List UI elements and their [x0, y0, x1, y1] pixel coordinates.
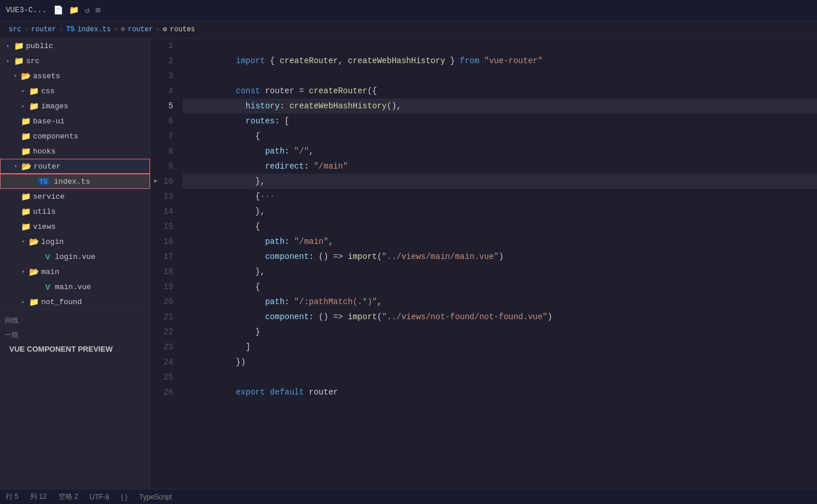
ln-18: 18: [151, 264, 183, 279]
code-line-14: {: [183, 204, 817, 219]
ln-4: 4: [151, 83, 183, 98]
ln-17: 17: [151, 249, 183, 264]
label-css: css: [41, 87, 54, 96]
label-login-vue: login.vue: [55, 253, 96, 261]
ln-7: 7: [151, 129, 183, 144]
code-line-24: [183, 355, 817, 370]
code-line-1: import { createRouter, createWebHashHist…: [183, 38, 817, 53]
breadcrumb-ts-badge: TS: [66, 25, 74, 34]
code-area: 1 2 3 4 5 6 7 8 9 10 ▶ 13 14 15 16 17 18…: [151, 38, 817, 489]
folder-icon-src: 📁: [14, 56, 24, 66]
sidebar-item-login-vue[interactable]: V login.vue: [0, 249, 150, 264]
status-spaces: 空格 2: [59, 492, 78, 502]
folder-icon-css: 📁: [29, 86, 39, 96]
sidebar-item-assets[interactable]: ▾ 📂 assets: [0, 68, 150, 83]
vue-icon-login: V: [45, 253, 50, 261]
label-components: components: [33, 132, 78, 141]
ln-13: 13: [151, 189, 183, 204]
sidebar-item-utils[interactable]: 📁 utils: [0, 204, 150, 219]
collapse-icon[interactable]: ⊞: [96, 5, 100, 15]
bc-sep2: ›: [59, 25, 63, 34]
refresh-icon[interactable]: ↺: [85, 5, 89, 15]
folder-icon-assets: 📂: [21, 71, 31, 81]
arrow-main: ▾: [20, 268, 27, 275]
ln-3: 3: [151, 68, 183, 83]
ln-24: 24: [151, 355, 183, 370]
code-line-23: }): [183, 339, 817, 355]
sidebar-item-main-vue[interactable]: V main.vue: [0, 279, 150, 294]
label-service: service: [33, 192, 65, 201]
ln-23: 23: [151, 339, 183, 355]
titlebar: VUE3-C... 📄 📁 ↺ ⊞: [0, 0, 817, 21]
status-encoding: UTF-8: [90, 493, 110, 501]
label-utils: utils: [33, 207, 56, 216]
sidebar-item-not-found[interactable]: ▸ 📁 not_found: [0, 294, 150, 309]
code-editor[interactable]: 1 2 3 4 5 6 7 8 9 10 ▶ 13 14 15 16 17 18…: [151, 38, 817, 489]
file-explorer: ▸ 📁 public ▸ 📁 src ▾ 📂 assets ▸ 📁 css ▸ …: [0, 38, 151, 489]
breadcrumb: src › router › TS index.ts › ⊙ router › …: [0, 21, 817, 38]
ln-5: 5: [151, 98, 183, 114]
breadcrumb-obj-icon: ⊙: [121, 25, 125, 34]
sidebar-item-index-ts[interactable]: TS index.ts: [0, 174, 150, 189]
sidebar-item-components[interactable]: 📁 components: [0, 129, 150, 144]
ln-26: 26: [151, 385, 183, 400]
app-title: VUE3-C...: [6, 6, 46, 14]
new-file-icon[interactable]: 📄: [53, 5, 63, 15]
ln-14: 14: [151, 204, 183, 219]
arrow-public: ▸: [5, 42, 12, 49]
sidebar-item-main[interactable]: ▾ 📂 main: [0, 264, 150, 279]
sidebar-item-service[interactable]: 📁 service: [0, 189, 150, 204]
statusbar: 行 5 列 12 空格 2 UTF-8 { } TypeScript: [0, 489, 817, 504]
folder-icon-service: 📁: [21, 192, 31, 202]
status-col: 列 12: [30, 492, 47, 502]
arrow-assets: ▾: [12, 72, 19, 79]
folder-icon-router: 📂: [21, 162, 31, 171]
sidebar-item-base-ui[interactable]: 📁 base-ui: [0, 114, 150, 129]
line-numbers: 1 2 3 4 5 6 7 8 9 10 ▶ 13 14 15 16 17 18…: [151, 38, 183, 489]
ln-25: 25: [151, 370, 183, 385]
breadcrumb-file[interactable]: index.ts: [78, 25, 111, 34]
breadcrumb-src[interactable]: src: [9, 25, 21, 34]
folder-icon-utils: 📁: [21, 207, 31, 217]
sidebar-item-public[interactable]: ▸ 📁 public: [0, 38, 150, 53]
code-lines: import { createRouter, createWebHashHist…: [183, 38, 817, 489]
folder-icon-hooks: 📁: [21, 147, 31, 156]
new-folder-icon[interactable]: 📁: [69, 5, 79, 15]
code-line-13: },: [183, 189, 817, 204]
code-line-15: path: "/main",: [183, 219, 817, 234]
sidebar-jianxian[interactable]: 间线: [5, 313, 145, 328]
code-line-10: {···: [183, 174, 817, 189]
status-braces: { }: [121, 493, 127, 501]
label-router: router: [34, 162, 61, 171]
sidebar-yizu[interactable]: 一组: [5, 328, 145, 342]
arrow-not-found: ▸: [20, 298, 27, 305]
sidebar-item-src[interactable]: ▸ 📁 src: [0, 53, 150, 68]
ln-15: 15: [151, 219, 183, 234]
bc-sep1: ›: [24, 25, 28, 34]
ln-8: 8: [151, 144, 183, 159]
sidebar-item-login[interactable]: ▾ 📂 login: [0, 234, 150, 249]
ln-16: 16: [151, 234, 183, 249]
breadcrumb-routes-icon: ⚙: [163, 25, 167, 34]
vue-icon-main: V: [45, 283, 50, 291]
sidebar-item-css[interactable]: ▸ 📁 css: [0, 83, 150, 98]
sidebar-item-views[interactable]: 📁 views: [0, 219, 150, 234]
sidebar-item-router[interactable]: ▾ 📂 router: [0, 159, 150, 174]
collapse-arrow-10[interactable]: ▶: [154, 174, 158, 189]
ln-22: 22: [151, 324, 183, 339]
code-line-3: const router = createRouter({: [183, 68, 817, 83]
code-line-19: path: "/:pathMatch(.*)",: [183, 279, 817, 294]
label-base-ui: base-ui: [33, 117, 65, 126]
sidebar-item-images[interactable]: ▸ 📁 images: [0, 98, 150, 114]
ln-19: 19: [151, 279, 183, 294]
label-images: images: [41, 102, 68, 111]
ts-file-icon: TS: [38, 177, 49, 185]
breadcrumb-router[interactable]: router: [31, 25, 56, 34]
bc-sep3: ›: [114, 25, 118, 34]
sidebar-item-hooks[interactable]: 📁 hooks: [0, 144, 150, 159]
arrow-images: ▸: [20, 103, 27, 109]
breadcrumb-routes[interactable]: routes: [170, 25, 195, 34]
folder-icon-images: 📁: [29, 101, 39, 111]
main-layout: ▸ 📁 public ▸ 📁 src ▾ 📂 assets ▸ 📁 css ▸ …: [0, 38, 817, 489]
breadcrumb-router-obj[interactable]: router: [128, 25, 153, 34]
